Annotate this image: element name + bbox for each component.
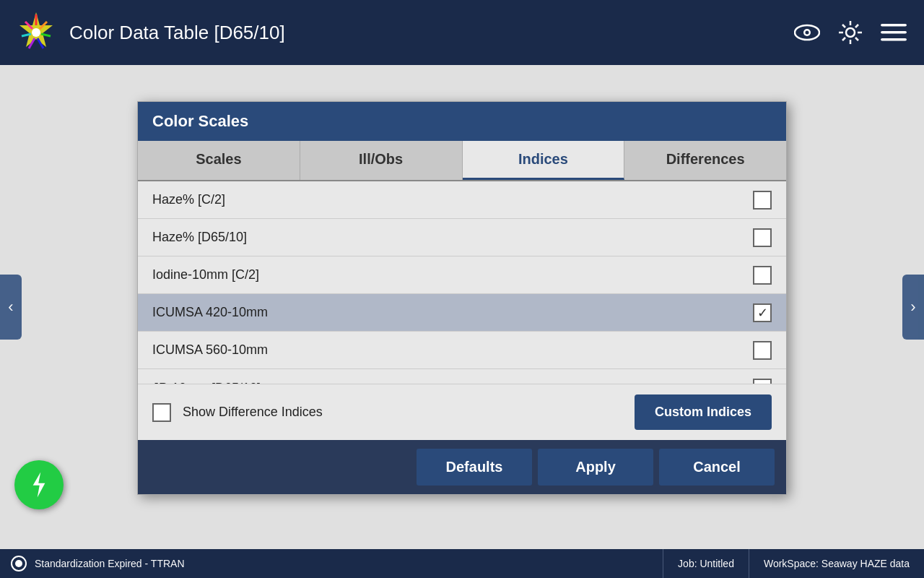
checkbox-haze-c2[interactable]	[753, 191, 772, 210]
tab-indices[interactable]: Indices	[463, 141, 625, 180]
svg-point-13	[846, 28, 855, 37]
menu-icon-button[interactable]	[878, 17, 910, 48]
indices-list: Haze% [C/2] Haze% [D65/10] Iodine-10mm […	[138, 181, 786, 384]
custom-indices-button[interactable]: Custom Indices	[635, 394, 772, 430]
tab-differences[interactable]: Differences	[624, 141, 786, 180]
show-diff-checkbox[interactable]	[152, 403, 171, 422]
svg-point-9	[32, 28, 40, 37]
show-diff-label: Show Difference Indices	[183, 405, 623, 420]
settings-icon-button[interactable]	[834, 17, 866, 48]
checkbox-jp10mm[interactable]	[753, 379, 772, 384]
right-nav-arrow[interactable]: ›	[902, 275, 924, 340]
svg-point-27	[15, 560, 22, 567]
left-chevron-icon: ‹	[8, 298, 13, 316]
index-row-icumsa560[interactable]: ICUMSA 560-10mm	[138, 332, 786, 369]
status-bar: Standardization Expired - TTRAN Job: Unt…	[0, 549, 924, 578]
status-message: Standardization Expired - TTRAN	[35, 558, 185, 569]
action-buttons-bar: Defaults Apply Cancel	[138, 440, 786, 494]
left-nav-arrow[interactable]: ‹	[0, 275, 22, 340]
checkbox-icumsa420[interactable]	[753, 303, 772, 322]
index-row-jp10mm[interactable]: JP-10mm [D65/10]	[138, 369, 786, 384]
fab-lightning-button[interactable]	[14, 460, 64, 509]
main-content: ‹ › Color Scales Scales Ill/Obs Indices …	[0, 65, 924, 549]
defaults-button[interactable]: Defaults	[417, 449, 532, 486]
checkbox-icumsa560[interactable]	[753, 341, 772, 360]
svg-rect-22	[881, 24, 907, 27]
index-row-icumsa420[interactable]: ICUMSA 420-10mm	[138, 294, 786, 332]
svg-line-21	[842, 38, 845, 40]
status-icon	[10, 555, 27, 572]
svg-line-18	[842, 25, 845, 27]
cancel-button[interactable]: Cancel	[659, 449, 775, 486]
tab-ill-obs[interactable]: Ill/Obs	[300, 141, 463, 180]
svg-marker-25	[33, 473, 45, 498]
header-title: Color Data Table [D65/10]	[69, 22, 780, 44]
svg-line-20	[855, 25, 858, 27]
svg-rect-24	[881, 38, 907, 41]
index-row-haze-c2[interactable]: Haze% [C/2]	[138, 181, 786, 219]
svg-rect-23	[881, 31, 907, 34]
modal-title: Color Scales	[138, 102, 786, 141]
color-scales-modal: Color Scales Scales Ill/Obs Indices Diff…	[137, 101, 787, 495]
modal-bottom-bar: Show Difference Indices Custom Indices	[138, 384, 786, 440]
status-right: Job: Untitled WorkSpace: Seaway HAZE dat…	[663, 549, 924, 578]
workspace-status: WorkSpace: Seaway HAZE data	[749, 549, 924, 578]
apply-button[interactable]: Apply	[538, 449, 653, 486]
index-row-haze-d65[interactable]: Haze% [D65/10]	[138, 219, 786, 256]
svg-point-12	[806, 31, 809, 35]
checkbox-haze-d65[interactable]	[753, 228, 772, 247]
index-row-iodine[interactable]: Iodine-10mm [C/2]	[138, 256, 786, 294]
eye-icon-button[interactable]	[791, 17, 823, 48]
header: Color Data Table [D65/10]	[0, 0, 924, 65]
tab-bar: Scales Ill/Obs Indices Differences	[138, 141, 786, 181]
svg-line-19	[855, 38, 858, 40]
tab-scales[interactable]: Scales	[138, 141, 300, 180]
right-chevron-icon: ›	[910, 298, 915, 316]
status-left: Standardization Expired - TTRAN	[0, 555, 663, 572]
checkbox-iodine[interactable]	[753, 266, 772, 285]
job-status: Job: Untitled	[663, 549, 749, 578]
app-logo	[14, 7, 58, 58]
